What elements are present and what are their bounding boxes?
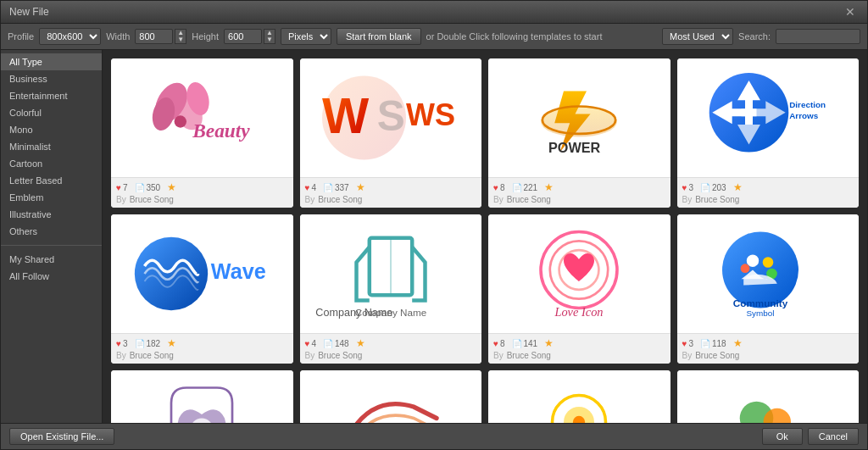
profile-select[interactable]: 800x600 (39, 28, 101, 45)
svg-text:Company Name: Company Name (355, 307, 426, 318)
sidebar-categories: All TypeBusinessEntertainmentColorfulMon… (1, 53, 102, 240)
height-input-group: ▲▼ (224, 29, 275, 44)
ok-button[interactable]: Ok (762, 428, 803, 445)
heart-icon: ♥ (493, 183, 498, 192)
star-icon: ★ (733, 337, 743, 349)
template-card-11[interactable]: ♥2 📄65 ByBruce Song (677, 370, 860, 423)
card-image-3: Direction Arrows (677, 58, 860, 177)
sidebar-item-emblem[interactable]: Emblem (1, 189, 102, 206)
width-label: Width (106, 31, 130, 42)
card-image-8 (111, 370, 293, 423)
sidebar-item-my-shared[interactable]: My Shared (1, 251, 102, 268)
star-icon: ★ (356, 181, 365, 193)
card-author-4: ByBruce Song (116, 351, 288, 360)
doc-icon: 📄 (135, 339, 145, 348)
height-input[interactable] (224, 29, 262, 44)
sidebar-item-mono[interactable]: Mono (1, 121, 102, 138)
start-from-blank-button[interactable]: Start from blank (337, 28, 421, 45)
star-icon: ★ (167, 181, 176, 193)
sort-select[interactable]: Most Used Most Liked Newest (662, 28, 733, 45)
height-spinner[interactable]: ▲▼ (264, 29, 275, 44)
star-icon: ★ (544, 181, 554, 193)
svg-text:POWER: POWER (548, 140, 600, 155)
author-name-5: Bruce Song (318, 351, 362, 360)
sidebar-item-business[interactable]: Business (1, 70, 102, 87)
template-card-4[interactable]: Wave ♥3 📄182 ★ ByBruce Song (111, 214, 293, 364)
sidebar-item-entertainment[interactable]: Entertainment (1, 87, 102, 104)
template-card-3[interactable]: Direction Arrows ♥3 📄203 ★ ByBruce Song (677, 58, 860, 208)
card-downloads-2: 📄221 (512, 183, 538, 192)
card-stats-4: ♥3 📄182 ★ (116, 337, 288, 349)
card-stats-5: ♥4 📄148 ★ (305, 337, 477, 349)
card-stats-0: ♥7 📄350 ★ (116, 181, 288, 193)
card-image-2: POWER (488, 58, 670, 177)
card-author-5: ByBruce Song (305, 351, 477, 360)
template-card-10[interactable]: ♥4 📄76 ByBruce Song (488, 370, 670, 423)
svg-text:Love Icon: Love Icon (554, 305, 604, 319)
sidebar-item-minimalist[interactable]: Minimalist (1, 138, 102, 155)
width-input[interactable] (135, 29, 173, 44)
template-card-7[interactable]: Community Symbol ♥3 📄118 ★ ByBruce Song (677, 214, 860, 364)
search-input[interactable] (776, 29, 860, 44)
title-bar-left: New File (9, 6, 49, 18)
cancel-button[interactable]: Cancel (808, 428, 859, 445)
svg-point-33 (740, 264, 749, 273)
card-downloads-3: 📄203 (700, 183, 726, 192)
by-label: By (116, 351, 126, 360)
open-existing-button[interactable]: Open Existing File... (9, 428, 114, 445)
card-author-0: ByBruce Song (116, 195, 288, 204)
card-stats-1: ♥4 📄337 ★ (305, 181, 477, 193)
width-spinner[interactable]: ▲▼ (175, 29, 186, 44)
sidebar-item-cartoon[interactable]: Cartoon (1, 155, 102, 172)
heart-icon: ♥ (682, 339, 687, 348)
star-icon: ★ (544, 337, 554, 349)
card-author-3: ByBruce Song (682, 195, 854, 204)
template-card-0[interactable]: Beauty ♥7 📄350 ★ ByBruce Song (111, 58, 293, 208)
close-icon[interactable]: ✕ (842, 5, 859, 19)
card-footer-2: ♥8 📄221 ★ ByBruce Song (488, 177, 670, 208)
sidebar-item-others[interactable]: Others (1, 223, 102, 240)
doc-icon: 📄 (700, 339, 710, 348)
template-card-6[interactable]: Love Icon ♥8 📄141 ★ ByBruce Song (488, 214, 670, 364)
or-text: or Double Click following templates to s… (426, 31, 603, 42)
card-downloads-4: 📄182 (135, 339, 161, 348)
sidebar: All TypeBusinessEntertainmentColorfulMon… (1, 50, 103, 423)
card-stats-6: ♥8 📄141 ★ (493, 337, 665, 349)
by-label: By (493, 195, 504, 204)
svg-text:Symbol: Symbol (746, 308, 774, 318)
heart-icon: ♥ (116, 339, 121, 348)
author-name-3: Bruce Song (695, 195, 739, 204)
card-likes-6: ♥8 (493, 339, 505, 348)
template-card-9[interactable]: ♥5 📄88 ByBruce Song (300, 370, 482, 423)
template-card-5[interactable]: Company Name Company Name ♥4 📄148 ★ ByBr… (300, 214, 482, 364)
author-name-7: Bruce Song (695, 351, 739, 360)
width-input-group: ▲▼ (135, 29, 186, 44)
units-select[interactable]: Pixels (281, 28, 331, 45)
card-image-4: Wave (111, 214, 293, 333)
template-grid: Beauty ♥7 📄350 ★ ByBruce Song W S WS ♥4 … (111, 58, 859, 423)
sidebar-item-all-type[interactable]: All Type (1, 53, 102, 70)
sidebar-item-colorful[interactable]: Colorful (1, 104, 102, 121)
svg-point-31 (747, 255, 759, 267)
card-downloads-0: 📄350 (135, 183, 161, 192)
sidebar-item-letter-based[interactable]: Letter Based (1, 172, 102, 189)
card-downloads-7: 📄118 (700, 339, 726, 348)
card-likes-1: ♥4 (305, 183, 317, 192)
card-image-10 (488, 370, 670, 423)
sidebar-item-illustrative[interactable]: Illustrative (1, 206, 102, 223)
sidebar-user-sections: My SharedAll Follow (1, 251, 102, 285)
card-author-2: ByBruce Song (493, 195, 665, 204)
card-footer-1: ♥4 📄337 ★ ByBruce Song (300, 177, 482, 208)
height-label: Height (192, 31, 219, 42)
template-card-2[interactable]: POWER ♥8 📄221 ★ ByBruce Song (488, 58, 670, 208)
card-image-6: Love Icon (488, 214, 670, 333)
card-footer-7: ♥3 📄118 ★ ByBruce Song (677, 333, 860, 364)
svg-text:Beauty: Beauty (192, 119, 250, 142)
title-bar: New File ✕ (1, 1, 867, 24)
template-card-8[interactable]: ♥2 📄95 ByBruce Song (111, 370, 293, 423)
sidebar-item-all-follow[interactable]: All Follow (1, 268, 102, 285)
star-icon: ★ (733, 181, 743, 193)
by-label: By (305, 195, 315, 204)
template-card-1[interactable]: W S WS ♥4 📄337 ★ ByBruce Song (300, 58, 482, 208)
bottom-right-buttons: Ok Cancel (762, 428, 859, 445)
